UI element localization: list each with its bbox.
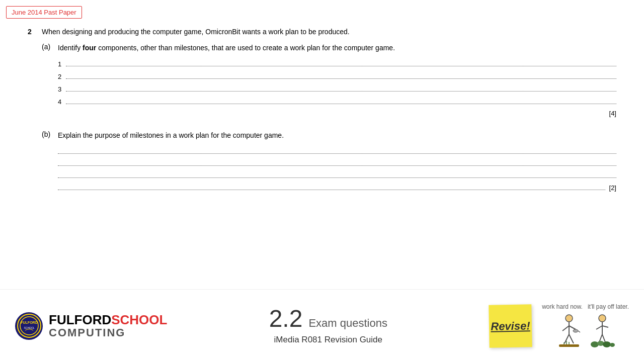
plain-dotted-b2: [58, 159, 616, 166]
svg-point-25: [610, 343, 615, 347]
svg-text:FULFORD: FULFORD: [21, 321, 37, 324]
svg-line-19: [602, 326, 608, 327]
section-label: Exam questions: [308, 317, 387, 330]
svg-point-16: [599, 315, 606, 322]
svg-line-9: [569, 334, 574, 343]
section-number: 2.2: [269, 307, 303, 331]
sub-question-b: (b) Explain the purpose of milestones in…: [42, 130, 616, 194]
bottom-center: 2.2 Exam questions iMedia R081 Revision …: [269, 307, 387, 345]
plain-dotted-b1: [58, 147, 616, 154]
mark-b: [2]: [607, 184, 616, 192]
svg-line-6: [562, 326, 569, 331]
dotted-line-4: [66, 97, 616, 104]
dotted-line-2: [66, 72, 616, 79]
sub-body-b: Explain the purpose of milestones in a w…: [58, 130, 616, 194]
school-logo: FULFORD SCHOOL: [15, 312, 43, 340]
bottom-left: FULFORD SCHOOL FULFORDSCHOOL COMPUTING: [15, 312, 167, 340]
sub-label-b: (b): [42, 130, 55, 194]
answer-line-2: 2: [58, 72, 616, 80]
dotted-line-b4: [58, 183, 605, 190]
answer-line-3: 3: [58, 84, 616, 93]
answer-line-4: 4: [58, 97, 616, 106]
svg-line-7: [569, 326, 576, 329]
mark-a: [4]: [58, 110, 616, 117]
sub-question-a: (a) Identify four components, other than…: [42, 43, 616, 121]
svg-line-11: [578, 331, 580, 332]
guide-title: iMedia R081 Revision Guide: [269, 335, 387, 345]
svg-point-10: [573, 329, 578, 332]
sub-text-a: Identify four components, other than mil…: [58, 43, 616, 53]
sub-label-a: (a): [42, 43, 55, 121]
motivation-block: work hard now. it'll pay off later.: [542, 303, 629, 348]
bottom-section: FULFORD SCHOOL FULFORDSCHOOL COMPUTING 2…: [0, 289, 644, 362]
answer-lines-b: [2]: [58, 147, 616, 192]
school-fulford: FULFORD: [49, 312, 111, 327]
answer-lines-a: 1 2 3 4: [58, 59, 616, 117]
stick-figure-1: [556, 313, 582, 348]
bottom-right: Revise! work hard now. it'll pay off lat…: [489, 303, 629, 348]
last-line-b: [2]: [58, 183, 616, 192]
sticky-text: Revise!: [491, 319, 530, 332]
question-block: 2 When designing and producing the compu…: [28, 28, 616, 203]
svg-point-24: [603, 341, 611, 347]
line-number-2: 2: [58, 73, 64, 80]
svg-line-18: [596, 326, 602, 329]
question-number: 2: [28, 28, 38, 203]
stick-figures: [556, 313, 615, 348]
dotted-line-3: [66, 84, 616, 92]
school-name-block: FULFORDSCHOOL COMPUTING: [49, 313, 167, 339]
svg-rect-12: [559, 344, 579, 347]
content-area: 2 When designing and producing the compu…: [28, 28, 616, 203]
school-computing: COMPUTING: [49, 327, 167, 339]
school-name: FULFORDSCHOOL COMPUTING: [49, 313, 167, 339]
school-school: SCHOOL: [111, 312, 167, 327]
stick-figure-2: [590, 313, 615, 348]
question-intro: When designing and producing the compute…: [42, 28, 616, 36]
dotted-line-1: [66, 59, 616, 66]
motivation-text: work hard now. it'll pay off later.: [542, 303, 629, 310]
line-number-3: 3: [58, 85, 64, 93]
sticky-note: Revise!: [489, 304, 532, 347]
svg-point-4: [566, 315, 573, 322]
sub-text-b: Explain the purpose of milestones in a w…: [58, 130, 616, 141]
answer-line-1: 1: [58, 59, 616, 68]
sub-body-a: Identify four components, other than mil…: [58, 43, 616, 121]
question-body: When designing and producing the compute…: [42, 28, 616, 203]
svg-point-0: [18, 314, 41, 337]
plain-dotted-b3: [58, 171, 616, 178]
past-paper-badge: June 2014 Past Paper: [6, 6, 82, 19]
line-number-4: 4: [58, 98, 64, 106]
line-number-1: 1: [58, 60, 64, 68]
